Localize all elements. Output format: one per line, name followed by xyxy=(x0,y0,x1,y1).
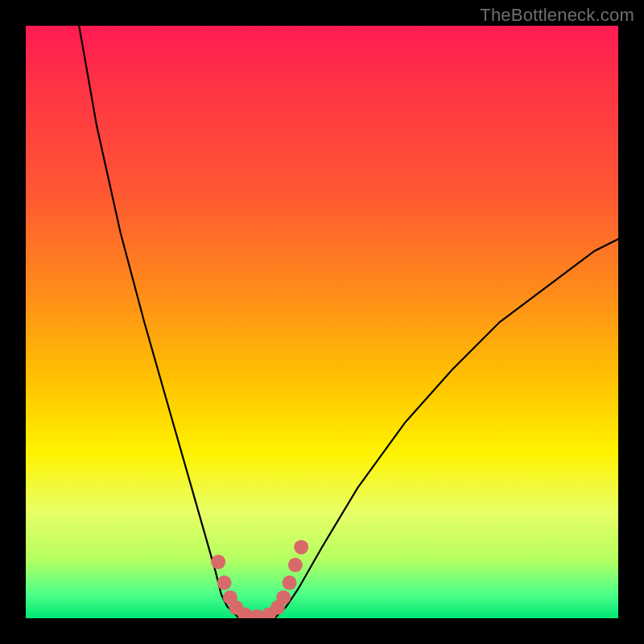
valley-marker-dot xyxy=(283,576,297,590)
chart-svg xyxy=(26,26,618,618)
valley-marker-dot xyxy=(217,576,232,590)
valley-marker-dot xyxy=(288,558,303,572)
valley-marker-dot xyxy=(211,555,225,569)
outer-frame: TheBottleneck.com xyxy=(0,0,644,644)
curve-right-branch xyxy=(269,239,618,618)
curve-left-branch xyxy=(79,26,245,618)
valley-marker-dot xyxy=(294,540,308,555)
valley-markers xyxy=(211,540,308,618)
watermark-text: TheBottleneck.com xyxy=(480,5,634,26)
valley-marker-dot xyxy=(276,590,291,605)
plot-area xyxy=(26,26,618,618)
